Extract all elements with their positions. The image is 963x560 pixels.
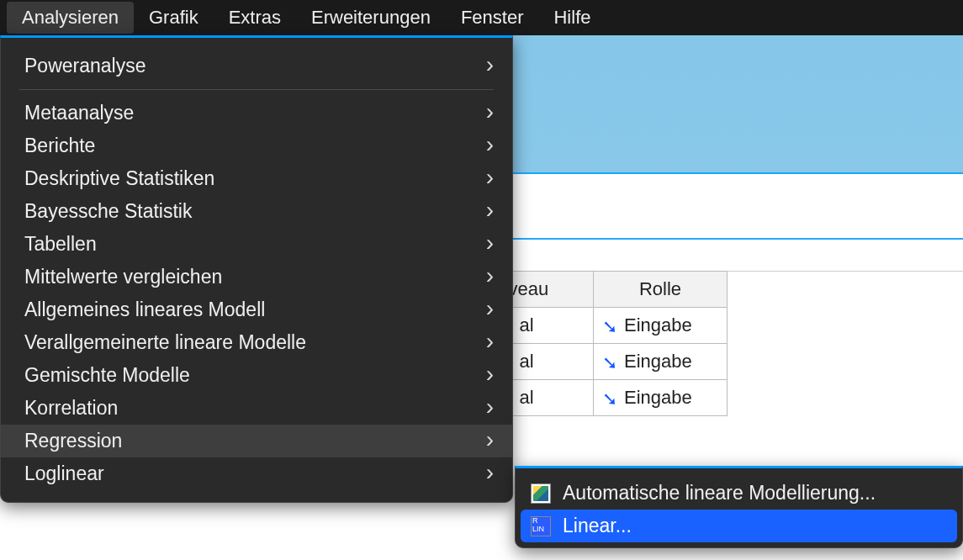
- menu-deskriptive-statistiken[interactable]: Deskriptive Statistiken: [1, 162, 512, 195]
- chevron-right-icon: [486, 55, 494, 77]
- menu-item-label: Mittelwerte vergleichen: [24, 266, 222, 288]
- column-header-rolle[interactable]: Rolle: [593, 271, 728, 308]
- menubar: Analysieren Grafik Extras Erweiterungen …: [0, 0, 963, 35]
- menu-item-label: Tabellen: [24, 233, 97, 256]
- menu-hilfe[interactable]: Hilfe: [538, 2, 606, 34]
- cell-rolle-text: Eingabe: [624, 351, 692, 372]
- menu-item-label: Berichte: [24, 135, 95, 157]
- menu-extras[interactable]: Extras: [214, 2, 296, 34]
- menu-item-label: Deskriptive Statistiken: [24, 167, 214, 190]
- submenu-item-label: Automatische lineare Modellierung...: [563, 482, 876, 505]
- submenu-item-label: Linear...: [563, 515, 632, 537]
- regression-submenu: Automatische lineare Modellierung... Lin…: [515, 466, 963, 548]
- cell-rolle[interactable]: ➘Eingabe: [593, 379, 728, 416]
- submenu-linear[interactable]: Linear...: [521, 510, 957, 542]
- submenu-auto-linear[interactable]: Automatische lineare Modellierung...: [516, 477, 962, 510]
- menu-item-label: Bayessche Statistik: [24, 200, 192, 223]
- role-input-icon: ➘: [602, 352, 617, 374]
- menu-erweiterungen[interactable]: Erweiterungen: [296, 2, 446, 34]
- menu-korrelation[interactable]: Korrelation: [1, 392, 512, 425]
- chevron-right-icon: [486, 462, 494, 485]
- cell-rolle-text: Eingabe: [624, 387, 692, 409]
- menu-item-label: Gemischte Modelle: [24, 364, 190, 387]
- menu-separator: [19, 89, 494, 90]
- menu-analysieren[interactable]: Analysieren: [7, 2, 134, 34]
- menu-verallgemeinerte-lineare-modelle[interactable]: Verallgemeinerte lineare Modelle: [1, 326, 512, 359]
- menu-grafik[interactable]: Grafik: [134, 2, 214, 34]
- chevron-right-icon: [486, 102, 494, 124]
- menu-poweranalyse[interactable]: Poweranalyse: [1, 50, 512, 82]
- chevron-right-icon: [486, 167, 494, 190]
- analysieren-dropdown: Poweranalyse Metaanalyse Berichte Deskri…: [0, 35, 513, 503]
- menu-item-label: Poweranalyse: [24, 55, 146, 77]
- menu-metaanalyse[interactable]: Metaanalyse: [1, 97, 512, 129]
- chevron-right-icon: [486, 298, 494, 321]
- role-input-icon: ➘: [602, 388, 617, 410]
- menu-gemischte-modelle[interactable]: Gemischte Modelle: [1, 359, 512, 392]
- chevron-right-icon: [486, 364, 494, 387]
- chevron-right-icon: [486, 135, 494, 157]
- cell-rolle[interactable]: ➘Eingabe: [593, 343, 728, 380]
- menu-item-label: Verallgemeinerte lineare Modelle: [24, 331, 306, 354]
- linear-icon: [531, 516, 551, 536]
- chevron-right-icon: [486, 233, 494, 256]
- role-input-icon: ➘: [602, 316, 617, 338]
- chevron-right-icon: [486, 266, 494, 288]
- menu-mittelwerte-vergleichen[interactable]: Mittelwerte vergleichen: [1, 261, 512, 293]
- menu-tabellen[interactable]: Tabellen: [1, 228, 512, 261]
- menu-allgemeines-lineares-modell[interactable]: Allgemeines lineares Modell: [1, 293, 512, 326]
- menu-loglinear[interactable]: Loglinear: [1, 457, 512, 490]
- menu-item-label: Regression: [24, 430, 122, 452]
- cell-rolle-text: Eingabe: [624, 314, 692, 336]
- menu-item-label: Metaanalyse: [24, 102, 134, 124]
- menu-bayessche-statistik[interactable]: Bayessche Statistik: [1, 195, 512, 228]
- menu-regression[interactable]: Regression: [1, 425, 512, 457]
- cell-rolle[interactable]: ➘Eingabe: [593, 307, 728, 344]
- chevron-right-icon: [486, 397, 494, 420]
- chevron-right-icon: [486, 200, 494, 223]
- menu-fenster[interactable]: Fenster: [446, 2, 539, 34]
- auto-linear-icon: [531, 483, 551, 504]
- menu-berichte[interactable]: Berichte: [1, 129, 512, 162]
- chevron-right-icon: [486, 430, 494, 452]
- menu-item-label: Loglinear: [24, 462, 104, 485]
- menu-item-label: Allgemeines lineares Modell: [24, 298, 265, 321]
- chevron-right-icon: [486, 331, 494, 354]
- menu-item-label: Korrelation: [24, 397, 118, 420]
